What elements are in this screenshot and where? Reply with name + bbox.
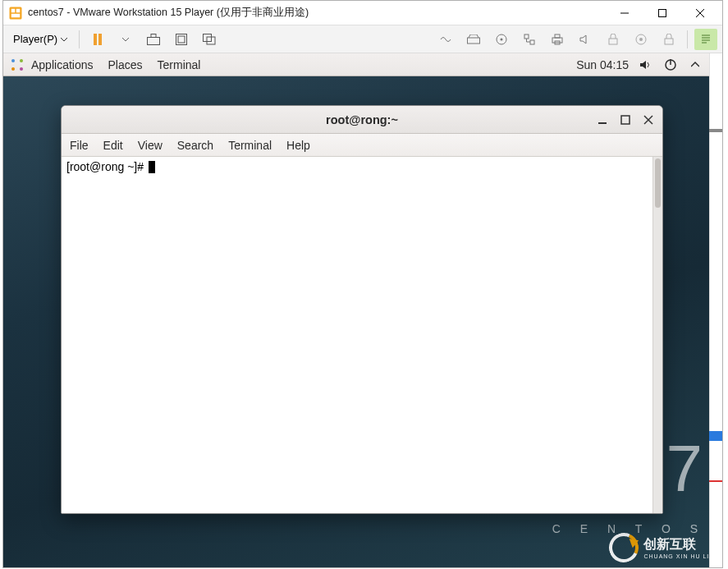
vmware-titlebar[interactable]: centos7 - VMware Workstation 15 Player (…: [3, 1, 722, 25]
tb-usb1-icon[interactable]: [602, 29, 625, 50]
terminal-close-button[interactable]: [639, 111, 657, 129]
tb-record-icon[interactable]: [630, 29, 652, 50]
svg-rect-10: [176, 34, 187, 44]
vmware-toolbar: Player(P): [3, 25, 722, 53]
notes-icon: [700, 34, 712, 45]
svg-rect-14: [468, 38, 480, 44]
svg-rect-17: [524, 34, 529, 39]
terminal-scrollbar[interactable]: [652, 157, 662, 513]
svg-rect-11: [178, 36, 185, 43]
tb-usb2-icon[interactable]: [657, 29, 680, 50]
lock-icon: [608, 34, 618, 45]
svg-rect-20: [555, 34, 560, 38]
svg-rect-19: [552, 38, 562, 43]
terminal-minimize-button[interactable]: [593, 111, 611, 129]
svg-rect-3: [11, 13, 21, 17]
svg-rect-8: [148, 37, 160, 44]
right-gutter: [709, 53, 722, 567]
gnome-topbar: Applications Places Terminal Sun 04:15: [3, 53, 709, 76]
brand-sub: CHUANG XIN HU LIAN: [643, 553, 719, 559]
svg-rect-1: [11, 8, 16, 12]
menu-edit[interactable]: Edit: [103, 139, 123, 152]
fullscreen-button[interactable]: [170, 29, 193, 50]
svg-point-16: [501, 38, 503, 40]
player-menu-button[interactable]: Player(P): [8, 31, 72, 47]
power-icon[interactable]: [663, 57, 678, 72]
terminal-prompt: [root@rong ~]#: [66, 160, 147, 173]
terminal-window[interactable]: root@rong:~ File Edit View Search Termin…: [61, 105, 663, 514]
terminal-body[interactable]: [root@rong ~]#: [62, 157, 662, 513]
terminal-menubar: File Edit View Search Terminal Help: [62, 134, 662, 157]
vmware-title: centos7 - VMware Workstation 15 Player (…: [28, 6, 309, 20]
menu-terminal[interactable]: Terminal: [158, 58, 201, 71]
disc-icon: [496, 34, 507, 45]
menu-file[interactable]: File: [70, 139, 89, 152]
terminal-cursor: [149, 161, 155, 173]
svg-point-29: [20, 67, 23, 71]
terminal-title: root@rong:~: [326, 113, 398, 126]
menu-terminal[interactable]: Terminal: [228, 139, 272, 152]
separator: [687, 30, 688, 48]
hdd-icon: [467, 34, 480, 44]
menu-search[interactable]: Search: [177, 139, 213, 152]
terminal-scrollbar-thumb[interactable]: [655, 158, 661, 208]
terminal-text[interactable]: [root@rong ~]#: [62, 157, 652, 513]
menu-applications[interactable]: Applications: [31, 58, 94, 71]
svg-rect-9: [151, 34, 156, 37]
menu-places[interactable]: Places: [108, 58, 143, 71]
tb-network-icon[interactable]: [518, 29, 541, 50]
centos-word: C E N T O S: [552, 522, 706, 535]
power-dropdown[interactable]: [114, 29, 137, 50]
record-icon: [635, 34, 647, 45]
maximize-button[interactable]: [643, 1, 681, 25]
lock-icon: [664, 34, 674, 45]
unity-button[interactable]: [198, 29, 221, 50]
activities-icon[interactable]: [10, 57, 25, 72]
tb-connect-icon[interactable]: [434, 29, 457, 50]
send-ctrl-alt-del-button[interactable]: [142, 29, 165, 50]
svg-rect-2: [16, 8, 21, 12]
menu-help[interactable]: Help: [286, 139, 310, 152]
printer-icon: [552, 34, 563, 45]
vmware-logo-icon: [8, 6, 23, 21]
terminal-titlebar[interactable]: root@rong:~: [62, 106, 662, 134]
link-icon: [439, 35, 452, 44]
network-icon: [524, 34, 535, 45]
svg-point-27: [20, 59, 23, 62]
close-button[interactable]: [681, 1, 719, 25]
fullscreen-icon: [176, 34, 187, 45]
svg-point-24: [639, 38, 643, 41]
expand-icon[interactable]: [688, 57, 703, 72]
svg-rect-22: [609, 39, 617, 44]
clock[interactable]: Sun 04:15: [576, 58, 629, 71]
player-menu-label: Player(P): [13, 33, 57, 45]
pause-icon: [94, 34, 102, 45]
separator: [79, 30, 80, 48]
svg-point-26: [11, 59, 15, 62]
volume-icon[interactable]: [639, 57, 653, 72]
tb-notes-icon[interactable]: [694, 29, 717, 50]
svg-point-28: [11, 67, 15, 71]
chevron-down-icon: [122, 36, 129, 43]
keyboard-icon: [147, 34, 160, 45]
tb-sound-icon[interactable]: [574, 29, 597, 50]
svg-rect-5: [659, 9, 666, 16]
terminal-maximize-button[interactable]: [616, 111, 634, 129]
unity-icon: [203, 34, 216, 45]
svg-rect-18: [530, 40, 534, 44]
tb-printer-icon[interactable]: [546, 29, 569, 50]
chevron-down-icon: [61, 36, 67, 43]
speaker-icon: [579, 34, 591, 45]
pause-vm-button[interactable]: [86, 29, 109, 50]
menu-view[interactable]: View: [138, 139, 163, 152]
tb-cd-icon[interactable]: [490, 29, 513, 50]
tb-hdd-icon[interactable]: [462, 29, 485, 50]
svg-rect-25: [665, 39, 673, 44]
svg-rect-33: [621, 116, 630, 124]
minimize-button[interactable]: [606, 1, 643, 25]
